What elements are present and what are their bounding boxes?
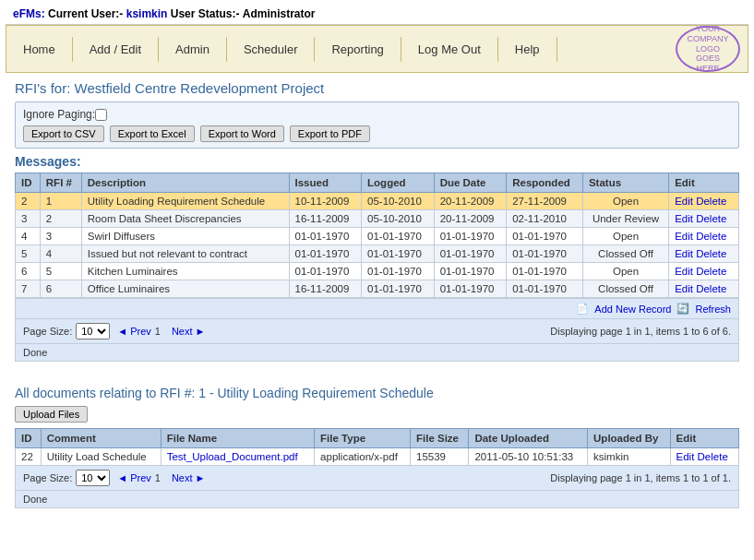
page-size-label: Page Size: xyxy=(23,326,72,337)
current-user-label: Current User:- xyxy=(48,7,123,20)
ignore-paging-label: Ignore Paging: xyxy=(23,108,95,121)
cell-id: 5 xyxy=(16,245,41,263)
delete-link[interactable]: Delete xyxy=(696,283,726,294)
refresh-link[interactable]: Refresh xyxy=(695,304,731,315)
cell-responded: 01-01-1970 xyxy=(507,263,583,280)
table-row: 4 3 Swirl Diffusers 01-01-1970 01-01-197… xyxy=(16,228,739,245)
col-logged: Logged xyxy=(362,173,435,193)
doc-page-size-label: Page Size: xyxy=(23,472,72,483)
table-row: 22 Utility Load Schedule Test_Upload_Doc… xyxy=(16,448,739,466)
nav-help[interactable]: Help xyxy=(498,37,557,62)
table-row: 5 4 Issued but not relevant to contract … xyxy=(16,245,739,263)
export-pdf-button[interactable]: Export to PDF xyxy=(290,125,370,142)
cell-responded: 01-01-1970 xyxy=(507,245,583,263)
nav-add-edit[interactable]: Add / Edit xyxy=(73,37,159,62)
doc-col-filetype: File Type xyxy=(315,429,411,448)
efms-label: eFMs: xyxy=(13,7,45,20)
nav-scheduler[interactable]: Scheduler xyxy=(227,37,316,62)
cell-rfi: 2 xyxy=(40,210,81,228)
page-size-select[interactable]: 10 25 50 xyxy=(76,323,110,340)
edit-link[interactable]: Edit xyxy=(675,283,693,294)
delete-link[interactable]: Delete xyxy=(696,196,726,207)
cell-date-uploaded: 2011-05-10 10:51:33 xyxy=(469,448,588,466)
doc-pagination-bar: Page Size: 10 25 50 ◄ Prev 1 Next ► Disp… xyxy=(15,466,739,491)
cell-description: Swirl Diffusers xyxy=(81,228,289,245)
doc-display-info: Displaying page 1 in 1, items 1 to 1 of … xyxy=(550,472,731,483)
upload-files-button[interactable]: Upload Files xyxy=(15,406,88,423)
edit-link[interactable]: Edit xyxy=(675,231,693,242)
cell-logged: 01-01-1970 xyxy=(362,245,435,263)
col-due-date: Due Date xyxy=(434,173,507,193)
col-rfi: RFI # xyxy=(40,173,81,193)
export-csv-button[interactable]: Export to CSV xyxy=(23,125,104,142)
edit-link[interactable]: Edit xyxy=(676,451,695,462)
delete-link[interactable]: Delete xyxy=(696,231,726,242)
edit-link[interactable]: Edit xyxy=(675,213,693,224)
edit-link[interactable]: Edit xyxy=(675,248,693,259)
header: eFMs: Current User:- ksimkin User Status… xyxy=(6,4,748,25)
paging-export-area: Ignore Paging: Export to CSV Export to E… xyxy=(15,101,739,149)
cell-rfi: 5 xyxy=(40,263,81,280)
cell-issued: 16-11-2009 xyxy=(289,210,362,228)
cell-issued: 01-01-1970 xyxy=(289,245,362,263)
doc-page-num: 1 xyxy=(155,472,161,483)
nav-reporting[interactable]: Reporting xyxy=(315,37,401,62)
edit-link[interactable]: Edit xyxy=(675,196,693,207)
table-row: 7 6 Office Luminaires 16-11-2009 01-01-1… xyxy=(16,280,739,298)
nav-home[interactable]: Home xyxy=(6,37,73,62)
filename-link[interactable]: Test_Upload_Document.pdf xyxy=(167,451,298,462)
cell-id: 2 xyxy=(16,193,41,210)
rfi-pagination-bar: Page Size: 10 25 50 ◄ Prev 1 Next ► Disp… xyxy=(15,319,739,344)
table-row: 3 2 Room Data Sheet Discrepancies 16-11-… xyxy=(16,210,739,228)
user-role: Administrator xyxy=(243,7,316,20)
delete-link[interactable]: Delete xyxy=(698,451,728,462)
rfi-display-info: Displaying page 1 in 1, items 1 to 6 of … xyxy=(550,326,731,337)
cell-status: Open xyxy=(582,263,668,280)
cell-edit: Edit Delete xyxy=(669,245,739,263)
username: ksimkin xyxy=(126,7,168,20)
cell-due-date: 20-11-2009 xyxy=(434,210,507,228)
next-link[interactable]: Next ► xyxy=(172,326,206,337)
doc-page-size-select[interactable]: 10 25 50 xyxy=(76,470,110,486)
cell-due-date: 01-01-1970 xyxy=(434,263,507,280)
cell-edit: Edit Delete xyxy=(669,228,739,245)
cell-rfi: 4 xyxy=(40,245,81,263)
doc-table: ID Comment File Name File Type File Size… xyxy=(15,428,739,466)
rfi-table: ID RFI # Description Issued Logged Due D… xyxy=(15,173,739,298)
doc-next-link[interactable]: Next ► xyxy=(172,472,206,483)
col-description: Description xyxy=(81,173,289,193)
cell-id: 7 xyxy=(16,280,41,298)
cell-edit: Edit Delete xyxy=(670,448,738,466)
col-status: Status xyxy=(582,173,668,193)
export-word-button[interactable]: Export to Word xyxy=(200,125,284,142)
export-excel-button[interactable]: Export to Excel xyxy=(110,125,195,142)
add-new-record-link[interactable]: Add New Record xyxy=(594,304,671,315)
rfi-page-title: RFI's for: Westfield Centre Redevelopmen… xyxy=(15,80,739,96)
cell-status: Under Review xyxy=(582,210,668,228)
prev-link[interactable]: ◄ Prev xyxy=(117,326,151,337)
cell-logged: 05-10-2010 xyxy=(362,210,435,228)
cell-logged: 01-01-1970 xyxy=(362,228,435,245)
cell-issued: 10-11-2009 xyxy=(289,193,362,210)
ignore-paging-checkbox[interactable] xyxy=(95,109,107,121)
cell-description: Office Luminaires xyxy=(81,280,289,298)
cell-rfi: 1 xyxy=(40,193,81,210)
doc-prev-link[interactable]: ◄ Prev xyxy=(117,472,151,483)
edit-link[interactable]: Edit xyxy=(675,266,693,277)
nav-log-me-out[interactable]: Log Me Out xyxy=(401,37,498,62)
cell-logged: 05-10-2010 xyxy=(362,193,435,210)
nav-admin[interactable]: Admin xyxy=(159,37,227,62)
cell-status: Open xyxy=(582,228,668,245)
cell-description: Kitchen Luminaires xyxy=(81,263,289,280)
cell-rfi: 3 xyxy=(40,228,81,245)
doc-section-title: All documents relating to RFI #: 1 - Uti… xyxy=(15,386,739,400)
doc-status-bar: Done xyxy=(15,491,739,508)
cell-due-date: 20-11-2009 xyxy=(434,193,507,210)
delete-link[interactable]: Delete xyxy=(696,213,726,224)
delete-link[interactable]: Delete xyxy=(696,266,726,277)
delete-link[interactable]: Delete xyxy=(696,248,726,259)
cell-description: Issued but not relevant to contract xyxy=(81,245,289,263)
col-issued: Issued xyxy=(289,173,362,193)
doc-col-date-uploaded: Date Uploaded xyxy=(469,429,588,448)
cell-edit: Edit Delete xyxy=(669,263,739,280)
